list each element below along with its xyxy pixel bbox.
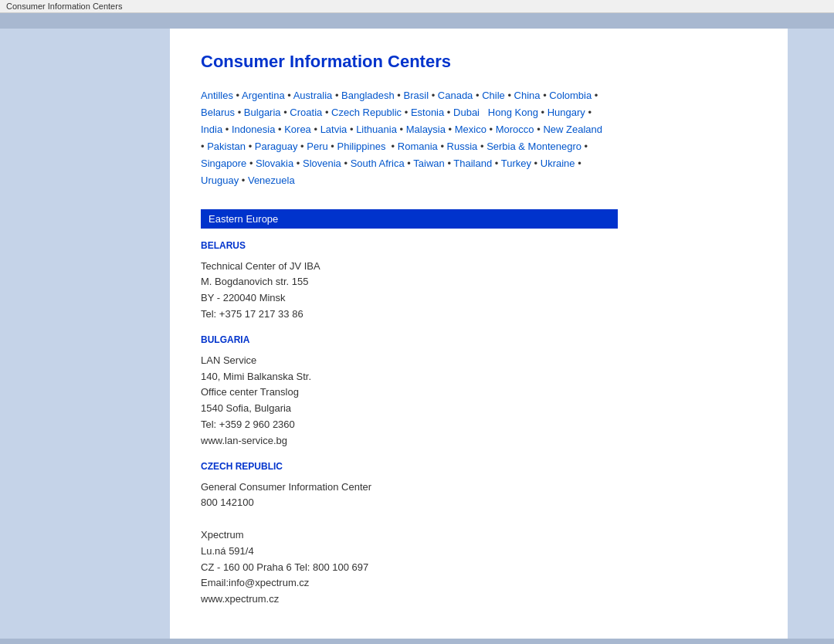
link-croatia[interactable]: Croatia [290,107,322,118]
link-dubai[interactable]: Dubai [453,107,480,118]
link-czech-republic[interactable]: Czech Republic [331,107,402,118]
czech-republic-title: CZECH REPUBLIC [201,461,757,472]
main-layout: Consumer Information Centers Antilles • … [0,13,834,644]
link-south-africa[interactable]: South Africa [351,158,405,169]
bulgaria-title: BULGARIA [201,334,757,345]
link-brasil[interactable]: Brasil [404,90,429,101]
czech-republic-info: General Consumer Information Center 800 … [201,480,757,608]
link-korea[interactable]: Korea [284,124,311,135]
link-bulgaria[interactable]: Bulgaria [244,107,281,118]
links-section: Antilles • Argentina • Australia • Bangl… [201,87,757,190]
link-serbia[interactable]: Serbia & Montenegro [486,141,581,152]
link-taiwan[interactable]: Taiwan [413,158,444,169]
sidebar-left [0,29,170,639]
link-belarus[interactable]: Belarus [201,107,235,118]
link-paraguay[interactable]: Paraguay [255,141,298,152]
link-pakistan[interactable]: Pakistan [207,141,246,152]
belarus-title: BELARUS [201,240,757,251]
sidebar-right [788,29,834,639]
content-area: Consumer Information Centers Antilles • … [170,29,788,639]
link-chile[interactable]: Chile [482,90,505,101]
title-bar-text: Consumer Information Centers [6,2,122,11]
czech-republic-section: CZECH REPUBLIC General Consumer Informat… [201,461,757,608]
section-header: Eastern Europe [201,209,618,229]
link-antilles[interactable]: Antilles [201,90,233,101]
link-india[interactable]: India [201,124,222,135]
link-romania[interactable]: Romania [398,141,438,152]
link-slovenia[interactable]: Slovenia [303,158,341,169]
link-philippines[interactable]: Philippines [337,141,386,152]
link-estonia[interactable]: Estonia [411,107,444,118]
link-venezuela[interactable]: Venezuela [248,175,295,186]
link-new-zealand[interactable]: New Zealand [543,124,602,135]
link-turkey[interactable]: Turkey [501,158,531,169]
page-title: Consumer Information Centers [201,52,757,72]
link-malaysia[interactable]: Malaysia [406,124,446,135]
link-lithuania[interactable]: Lithuania [356,124,397,135]
belarus-section: BELARUS Technical Center of JV IBA M. Bo… [201,240,757,323]
link-ukraine[interactable]: Ukraine [541,158,575,169]
belarus-info: Technical Center of JV IBA M. Bogdanovic… [201,259,757,323]
link-thailand[interactable]: Thailand [453,158,492,169]
bulgaria-section: BULGARIA LAN Service 140, Mimi Balkanska… [201,334,757,449]
link-uruguay[interactable]: Uruguay [201,175,239,186]
link-hong-kong[interactable]: Hong Kong [488,107,538,118]
link-mexico[interactable]: Mexico [455,124,486,135]
link-argentina[interactable]: Argentina [242,90,285,101]
link-indonesia[interactable]: Indonesia [232,124,275,135]
link-latvia[interactable]: Latvia [320,124,348,135]
link-russia[interactable]: Russia [447,141,478,152]
bulgaria-info: LAN Service 140, Mimi Balkanska Str. Off… [201,353,757,449]
link-singapore[interactable]: Singapore [201,158,246,169]
link-colombia[interactable]: Colombia [549,90,592,101]
link-bangladesh[interactable]: Bangladesh [341,90,395,101]
link-canada[interactable]: Canada [438,90,473,101]
link-hungary[interactable]: Hungary [548,107,585,118]
link-morocco[interactable]: Morocco [496,124,534,135]
link-peru[interactable]: Peru [307,141,327,152]
title-bar: Consumer Information Centers [0,0,834,13]
link-china[interactable]: China [514,90,541,101]
link-slovakia[interactable]: Slovakia [256,158,293,169]
link-australia[interactable]: Australia [293,90,333,101]
